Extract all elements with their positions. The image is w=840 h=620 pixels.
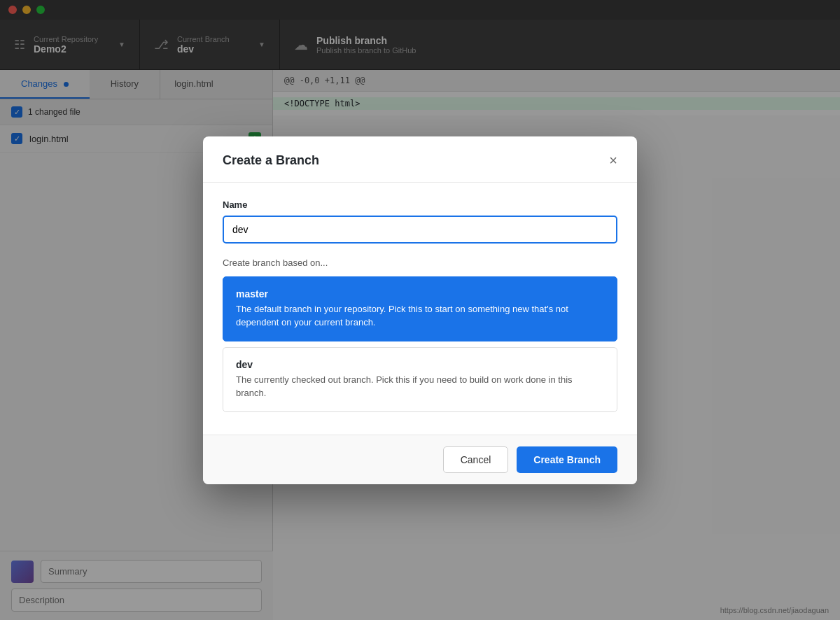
based-on-label: Create branch based on... <box>223 258 617 268</box>
modal-close-button[interactable]: × <box>609 153 617 167</box>
modal-footer: Cancel Create Branch <box>203 435 637 484</box>
modal-body: Name Create branch based on... master Th… <box>203 183 637 435</box>
branch-option-dev-name: dev <box>236 359 604 370</box>
name-label: Name <box>223 199 617 210</box>
create-branch-button[interactable]: Create Branch <box>517 446 617 473</box>
modal-header: Create a Branch × <box>203 136 637 183</box>
branch-option-dev[interactable]: dev The currently checked out branch. Pi… <box>223 347 617 412</box>
modal-overlay[interactable]: Create a Branch × Name Create branch bas… <box>0 0 840 620</box>
modal-title: Create a Branch <box>223 153 319 168</box>
branch-option-master[interactable]: master The default branch in your reposi… <box>223 276 617 341</box>
branch-name-input[interactable] <box>223 216 617 244</box>
branch-option-master-name: master <box>236 288 604 300</box>
create-branch-modal: Create a Branch × Name Create branch bas… <box>203 136 637 484</box>
cancel-button[interactable]: Cancel <box>443 446 509 473</box>
branch-option-dev-desc: The currently checked out branch. Pick t… <box>236 373 604 400</box>
branch-option-master-desc: The default branch in your repository. P… <box>236 302 604 330</box>
